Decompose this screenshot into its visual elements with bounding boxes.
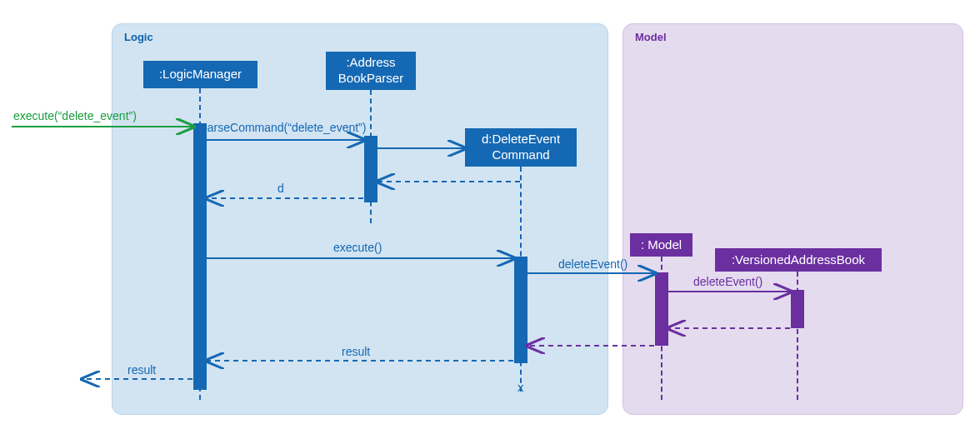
- msg-delete-event-2-label: deleteEvent(): [693, 275, 762, 288]
- destroy-marker: x: [518, 380, 524, 394]
- msg-result-2-label: result: [128, 363, 156, 377]
- msg-execute-label: execute(): [333, 241, 382, 254]
- msg-execute-in-label: execute(“delete_event”): [13, 109, 137, 122]
- msg-result-1-label: result: [342, 345, 370, 358]
- msg-return-d-label: d: [278, 182, 284, 195]
- msg-parse-command-label: parseCommand(“delete_event”): [201, 121, 366, 134]
- msg-delete-event-1-label: deleteEvent(): [558, 257, 628, 271]
- sequence-diagram: Logic Model :LogicManager :Address BookP…: [0, 0, 980, 429]
